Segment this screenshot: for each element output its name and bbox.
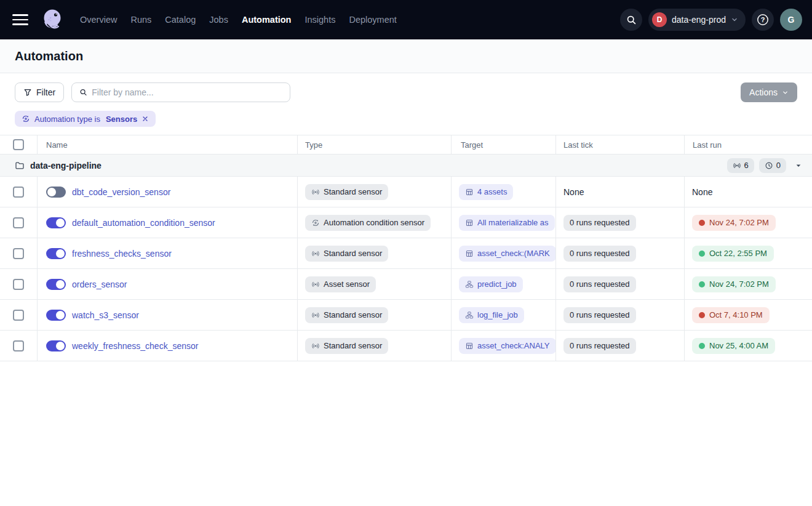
nav-links: Overview Runs Catalog Jobs Automation In… <box>80 15 397 25</box>
nav-item-jobs[interactable]: Jobs <box>209 15 228 25</box>
header-type: Type <box>297 135 451 154</box>
actions-button-label: Actions <box>749 87 778 97</box>
last-tick: 0 runs requested <box>563 276 636 292</box>
table-row: freshness_checks_sensor Standard sensor … <box>0 238 812 269</box>
last-run-status[interactable]: Oct 7, 4:10 PM <box>692 307 770 323</box>
schedule-count-badge: 0 <box>759 158 786 173</box>
sensor-name-link[interactable]: orders_sensor <box>72 279 127 289</box>
workspace-avatar: D <box>652 12 667 27</box>
target-link[interactable]: 4 assets <box>459 184 513 200</box>
svg-text:?: ? <box>761 16 765 23</box>
sensor-icon <box>311 280 320 289</box>
search-button[interactable] <box>620 9 642 31</box>
last-run-status: None <box>692 184 712 200</box>
actions-button[interactable]: Actions <box>741 82 797 102</box>
target-link[interactable]: log_file_job <box>459 307 524 323</box>
name-filter-field <box>71 82 290 102</box>
asset-icon <box>465 342 474 350</box>
automation-page: Overview Runs Catalog Jobs Automation In… <box>0 0 812 506</box>
status-dot-icon <box>699 220 705 226</box>
workspace-switcher[interactable]: D data-eng-prod <box>648 9 746 31</box>
last-run-status[interactable]: Oct 22, 2:55 PM <box>692 246 774 262</box>
row-checkbox[interactable] <box>13 279 24 290</box>
workspace-name: data-eng-prod <box>672 15 726 25</box>
status-dot-icon <box>699 281 705 287</box>
sensor-toggle[interactable] <box>46 187 66 198</box>
header-last-run: Last run <box>684 135 812 154</box>
filter-button[interactable]: Filter <box>15 82 64 102</box>
group-counts: 6 0 <box>727 158 802 173</box>
sensor-icon <box>311 342 320 350</box>
table-row: dbt_code_version_sensor Standard sensor … <box>0 177 812 207</box>
menu-icon[interactable] <box>12 12 28 28</box>
asset-icon <box>465 188 474 196</box>
sensor-toggle[interactable] <box>46 217 66 228</box>
title-bar: Automation <box>0 39 812 73</box>
row-checkbox[interactable] <box>13 340 24 351</box>
name-filter-input[interactable] <box>92 87 282 97</box>
chevron-down-icon <box>782 89 789 96</box>
sensor-type-badge: Standard sensor <box>305 246 388 262</box>
sensor-name-link[interactable]: freshness_checks_sensor <box>72 249 172 259</box>
sensor-toggle[interactable] <box>46 279 66 290</box>
user-avatar[interactable]: G <box>780 9 802 31</box>
status-dot-icon <box>699 251 705 257</box>
status-dot-icon <box>699 312 705 318</box>
table-header: Name Type Target Last tick Last run <box>0 135 812 155</box>
select-all-checkbox[interactable] <box>13 139 24 150</box>
page-title: Automation <box>15 49 83 63</box>
sensor-count-badge: 6 <box>727 158 754 173</box>
help-button[interactable]: ? <box>752 9 774 31</box>
sensor-toggle[interactable] <box>46 310 66 321</box>
nav-item-deployment[interactable]: Deployment <box>349 15 396 25</box>
nav-item-overview[interactable]: Overview <box>80 15 117 25</box>
last-tick: 0 runs requested <box>563 307 636 323</box>
nav-item-catalog[interactable]: Catalog <box>165 15 196 25</box>
row-checkbox[interactable] <box>13 187 24 198</box>
sensor-name-link[interactable]: weekly_freshness_check_sensor <box>72 341 198 351</box>
funnel-icon <box>23 88 32 97</box>
nav-right: D data-eng-prod ? G <box>620 9 802 31</box>
sensor-icon <box>311 311 320 319</box>
dagster-logo-icon[interactable] <box>38 6 66 34</box>
nav-item-automation[interactable]: Automation <box>242 15 292 25</box>
table-row: watch_s3_sensor Standard sensor log_file… <box>0 300 812 331</box>
code-location-group-row[interactable]: data-eng-pipeline 6 0 <box>0 155 812 177</box>
remove-filter-icon[interactable] <box>141 115 149 122</box>
last-run-status[interactable]: Nov 24, 7:02 PM <box>692 215 776 231</box>
row-checkbox[interactable] <box>13 310 24 321</box>
job-icon <box>465 280 474 289</box>
table-row: weekly_freshness_check_sensor Standard s… <box>0 331 812 361</box>
sensor-type-badge: Standard sensor <box>305 184 388 200</box>
row-checkbox[interactable] <box>13 248 24 259</box>
status-dot-icon <box>699 343 705 349</box>
target-link[interactable]: asset_check:ANALY <box>459 338 555 354</box>
automations-table: Name Type Target Last tick Last run data… <box>0 135 812 361</box>
help-icon: ? <box>756 13 770 26</box>
target-link[interactable]: All materializable as <box>459 215 555 231</box>
filter-chip-automation-type[interactable]: Automation type is Sensors <box>15 111 156 127</box>
job-icon <box>465 311 474 319</box>
target-link[interactable]: predict_job <box>459 276 523 292</box>
collapse-group-icon[interactable] <box>795 162 802 169</box>
sensor-icon <box>311 249 320 258</box>
last-run-status[interactable]: Nov 24, 7:02 PM <box>692 276 776 292</box>
header-checkbox-cell <box>0 135 37 154</box>
last-tick: 0 runs requested <box>563 338 636 354</box>
filter-button-label: Filter <box>36 87 55 97</box>
sensor-type-badge: Automation condition sensor <box>305 215 431 231</box>
header-last-tick: Last tick <box>555 135 684 154</box>
last-run-status[interactable]: Nov 25, 4:00 AM <box>692 338 775 354</box>
nav-item-runs[interactable]: Runs <box>130 15 151 25</box>
sensor-name-link[interactable]: default_automation_condition_sensor <box>72 218 215 228</box>
sensor-name-link[interactable]: dbt_code_version_sensor <box>72 187 170 197</box>
folder-icon <box>15 161 25 171</box>
search-icon <box>626 15 637 25</box>
nav-item-insights[interactable]: Insights <box>304 15 335 25</box>
sensor-toggle[interactable] <box>46 248 66 259</box>
sensor-name-link[interactable]: watch_s3_sensor <box>72 310 139 320</box>
target-link[interactable]: asset_check:(MARK <box>459 246 555 262</box>
sensor-toggle[interactable] <box>46 340 66 351</box>
row-checkbox[interactable] <box>13 217 24 228</box>
header-target: Target <box>451 135 555 154</box>
